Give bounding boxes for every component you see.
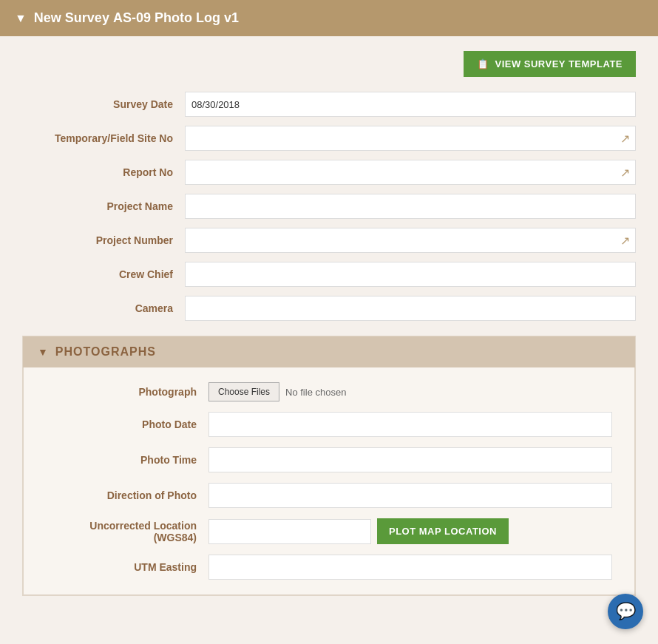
report-no-wrapper: ↗	[185, 160, 636, 185]
temp-field-site-row: Temporary/Field Site No ↗	[22, 126, 636, 151]
uncorrected-location-label: Uncorrected Location (WGS84)	[46, 520, 208, 543]
photograph-row: Photograph Choose Files No file chosen	[46, 382, 612, 401]
temp-field-site-input[interactable]	[185, 126, 636, 151]
project-name-input[interactable]	[185, 194, 636, 219]
view-survey-template-button[interactable]: 📋 VIEW SURVEY TEMPLATE	[464, 51, 636, 77]
camera-input[interactable]	[185, 296, 636, 321]
project-name-label: Project Name	[22, 200, 185, 212]
report-no-input[interactable]	[185, 160, 636, 185]
utm-easting-label: UTM Easting	[46, 561, 208, 573]
photo-date-input[interactable]	[208, 412, 612, 437]
photograph-label: Photograph	[46, 386, 208, 398]
utm-easting-row: UTM Easting	[46, 555, 612, 580]
direction-of-photo-row: Direction of Photo	[46, 483, 612, 508]
direction-of-photo-label: Direction of Photo	[46, 489, 208, 501]
choose-files-button[interactable]: Choose Files	[208, 382, 279, 401]
photographs-section-title: PHOTOGRAPHS	[55, 345, 156, 359]
camera-label: Camera	[22, 302, 185, 314]
report-no-row: Report No ↗	[22, 160, 636, 185]
report-no-link-icon[interactable]: ↗	[620, 166, 630, 180]
chat-bubble-button[interactable]: 💬	[608, 594, 643, 629]
uncorrected-location-input[interactable]	[208, 519, 371, 544]
photo-time-input[interactable]	[208, 447, 612, 472]
photo-time-row: Photo Time	[46, 447, 612, 472]
temp-field-site-label: Temporary/Field Site No	[22, 132, 185, 144]
no-file-text: No file chosen	[285, 387, 346, 398]
photographs-section-header: ▼ PHOTOGRAPHS	[23, 336, 635, 367]
photographs-section-wrapper: ▼ PHOTOGRAPHS Photograph Choose Files No…	[22, 336, 636, 596]
photo-date-label: Photo Date	[46, 418, 208, 430]
direction-of-photo-input[interactable]	[208, 483, 612, 508]
template-icon: 📋	[477, 58, 489, 70]
project-number-label: Project Number	[22, 234, 185, 246]
header-bar: ▼ New Survey AS-09 Photo Log v1	[0, 0, 658, 36]
header-chevron-icon[interactable]: ▼	[15, 12, 27, 25]
location-input-wrapper: PLOT MAP LOCATION	[208, 518, 612, 544]
crew-chief-input[interactable]	[185, 262, 636, 287]
header-title: New Survey AS-09 Photo Log v1	[34, 10, 239, 26]
camera-row: Camera	[22, 296, 636, 321]
photographs-section-content: Photograph Choose Files No file chosen P…	[23, 367, 635, 595]
photo-time-label: Photo Time	[46, 454, 208, 466]
plot-map-location-button[interactable]: PLOT MAP LOCATION	[377, 518, 509, 544]
top-actions: 📋 VIEW SURVEY TEMPLATE	[22, 51, 636, 77]
project-number-link-icon[interactable]: ↗	[620, 234, 630, 248]
report-no-label: Report No	[22, 166, 185, 178]
view-template-label: VIEW SURVEY TEMPLATE	[495, 58, 623, 70]
photo-date-row: Photo Date	[46, 412, 612, 437]
temp-field-site-link-icon[interactable]: ↗	[620, 132, 630, 146]
uncorrected-location-row: Uncorrected Location (WGS84) PLOT MAP LO…	[46, 518, 612, 544]
survey-date-row: Survey Date	[22, 92, 636, 117]
project-number-row: Project Number ↗	[22, 228, 636, 253]
project-number-input[interactable]	[185, 228, 636, 253]
project-name-row: Project Name	[22, 194, 636, 219]
photographs-chevron-icon[interactable]: ▼	[38, 346, 48, 358]
utm-easting-input[interactable]	[208, 555, 612, 580]
project-number-wrapper: ↗	[185, 228, 636, 253]
crew-chief-label: Crew Chief	[22, 268, 185, 280]
temp-field-site-wrapper: ↗	[185, 126, 636, 151]
chat-bubble-icon: 💬	[616, 602, 636, 621]
survey-date-label: Survey Date	[22, 98, 185, 110]
survey-form: Survey Date Temporary/Field Site No ↗ Re…	[22, 92, 636, 321]
file-input-wrapper: Choose Files No file chosen	[208, 382, 346, 401]
main-content: 📋 VIEW SURVEY TEMPLATE Survey Date Tempo…	[0, 36, 658, 611]
crew-chief-row: Crew Chief	[22, 262, 636, 287]
survey-date-input[interactable]	[185, 92, 636, 117]
